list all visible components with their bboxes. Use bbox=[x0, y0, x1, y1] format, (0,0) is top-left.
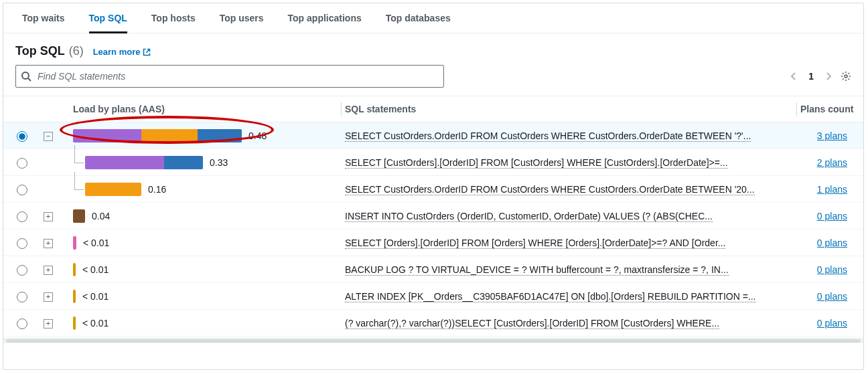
load-bar-segment bbox=[141, 129, 198, 143]
load-bar-segment bbox=[164, 156, 203, 169]
search-input[interactable] bbox=[15, 65, 444, 88]
plans-count-link[interactable]: 0 plans bbox=[817, 264, 847, 275]
load-value: < 0.01 bbox=[82, 291, 108, 302]
load-bar-segment bbox=[73, 236, 76, 250]
tab-top-applications[interactable]: Top applications bbox=[276, 3, 374, 33]
tab-top-databases[interactable]: Top databases bbox=[374, 3, 463, 33]
load-bar-segment bbox=[73, 316, 76, 330]
load-bar-segment bbox=[85, 183, 141, 196]
plans-count-link[interactable]: 0 plans bbox=[817, 318, 847, 329]
search-wrapper bbox=[15, 65, 444, 88]
load-bar bbox=[73, 263, 76, 276]
row-select-radio[interactable] bbox=[17, 292, 27, 302]
expand-icon[interactable]: + bbox=[44, 266, 53, 275]
plans-count-link[interactable]: 1 plans bbox=[817, 184, 847, 195]
sql-statement-link[interactable]: INSERT INTO CustOrders (OrderID, Custome… bbox=[345, 211, 713, 222]
load-bar bbox=[85, 183, 141, 196]
horizontal-scrollbar[interactable] bbox=[3, 338, 863, 343]
table-row[interactable]: +0.04INSERT INTO CustOrders (OrderID, Cu… bbox=[3, 203, 863, 229]
plans-count-link[interactable]: 0 plans bbox=[817, 291, 847, 302]
sql-statement-link[interactable]: SELECT CustOrders.OrderID FROM CustOrder… bbox=[345, 130, 751, 142]
load-bar-segment bbox=[73, 263, 76, 276]
load-bar-segment bbox=[85, 156, 164, 169]
collapse-icon[interactable]: − bbox=[44, 132, 53, 141]
section-header: Top SQL (6) Learn more bbox=[3, 33, 863, 65]
tab-top-users[interactable]: Top users bbox=[208, 3, 276, 33]
col-plans[interactable]: Plans count bbox=[796, 97, 861, 121]
col-load[interactable]: Load by plans (AAS) bbox=[40, 97, 341, 121]
load-value: 0.48 bbox=[248, 130, 267, 141]
load-value: < 0.01 bbox=[82, 318, 108, 329]
next-page-button[interactable] bbox=[823, 71, 834, 82]
load-bar bbox=[73, 209, 85, 223]
svg-point-0 bbox=[22, 72, 29, 79]
load-bar-segment bbox=[73, 129, 141, 143]
table-row[interactable]: +< 0.01ALTER INDEX [PK__Orders__C3905BAF… bbox=[3, 283, 863, 310]
plans-count-link[interactable]: 3 plans bbox=[817, 130, 847, 141]
page-number: 1 bbox=[808, 71, 814, 82]
tab-top-sql[interactable]: Top SQL bbox=[77, 3, 139, 33]
load-value: < 0.01 bbox=[82, 264, 108, 275]
row-select-radio[interactable] bbox=[17, 265, 27, 276]
chevron-right-icon bbox=[823, 71, 834, 82]
settings-button[interactable] bbox=[841, 71, 851, 82]
table-row[interactable]: +< 0.01SELECT [Orders].[OrderID] FROM [O… bbox=[3, 229, 863, 256]
tab-top-hosts[interactable]: Top hosts bbox=[139, 3, 208, 33]
gear-icon bbox=[841, 71, 851, 82]
table-header: Load by plans (AAS) SQL statements Plans… bbox=[3, 96, 863, 122]
plans-count-link[interactable]: 2 plans bbox=[817, 157, 847, 168]
sql-statement-link[interactable]: SELECT [Orders].[OrderID] FROM [Orders] … bbox=[345, 238, 725, 249]
row-select-radio[interactable] bbox=[17, 131, 27, 142]
load-value: 0.33 bbox=[210, 157, 228, 168]
plans-count-link[interactable]: 0 plans bbox=[817, 238, 847, 248]
load-value: 0.16 bbox=[148, 184, 166, 195]
load-value: 0.04 bbox=[92, 211, 110, 221]
sql-statement-link[interactable]: SELECT CustOrders.OrderID FROM CustOrder… bbox=[345, 184, 755, 195]
load-bar-segment bbox=[73, 290, 76, 303]
search-icon bbox=[21, 71, 31, 82]
table-row[interactable]: 0.16SELECT CustOrders.OrderID FROM CustO… bbox=[3, 176, 863, 203]
svg-point-1 bbox=[845, 75, 847, 78]
tab-top-waits[interactable]: Top waits bbox=[10, 3, 77, 33]
load-value: < 0.01 bbox=[83, 238, 109, 248]
row-select-radio[interactable] bbox=[17, 318, 27, 329]
sql-statement-link[interactable]: SELECT [CustOrders].[OrderID] FROM [Cust… bbox=[345, 157, 728, 169]
sql-statement-link[interactable]: ALTER INDEX [PK__Orders__C3905BAF6D1AC47… bbox=[345, 291, 756, 302]
expand-icon[interactable]: + bbox=[44, 292, 53, 302]
sql-table: Load by plans (AAS) SQL statements Plans… bbox=[3, 96, 863, 337]
load-bar bbox=[73, 236, 76, 250]
row-select-radio[interactable] bbox=[17, 158, 27, 169]
chevron-left-icon bbox=[788, 71, 799, 82]
table-row[interactable]: +< 0.01BACKUP LOG ? TO VIRTUAL_DEVICE = … bbox=[3, 256, 863, 283]
prev-page-button[interactable] bbox=[788, 71, 799, 82]
load-bar-segment bbox=[73, 209, 85, 223]
expand-icon[interactable]: + bbox=[44, 239, 53, 248]
result-count: (6) bbox=[69, 44, 84, 58]
sql-statement-link[interactable]: (? varchar(?),? varchar(?))SELECT [CustO… bbox=[345, 318, 719, 329]
expand-icon[interactable]: + bbox=[44, 212, 53, 221]
load-bar bbox=[73, 316, 76, 330]
pager: 1 bbox=[788, 71, 834, 82]
panel: Top waitsTop SQLTop hostsTop usersTop ap… bbox=[3, 3, 864, 370]
row-select-radio[interactable] bbox=[17, 211, 27, 222]
toolbar: 1 bbox=[3, 65, 863, 96]
load-bar bbox=[73, 129, 242, 143]
row-select-radio[interactable] bbox=[17, 238, 27, 249]
table-row[interactable]: +< 0.01(? varchar(?),? varchar(?))SELECT… bbox=[3, 310, 863, 337]
external-link-icon bbox=[143, 48, 151, 56]
tabs: Top waitsTop SQLTop hostsTop usersTop ap… bbox=[3, 3, 863, 33]
col-sql[interactable]: SQL statements bbox=[341, 97, 796, 121]
load-bar bbox=[73, 290, 76, 303]
load-bar bbox=[85, 156, 203, 169]
row-select-radio[interactable] bbox=[17, 185, 27, 195]
page-title: Top SQL bbox=[15, 44, 65, 58]
load-bar-segment bbox=[198, 129, 242, 143]
plans-count-link[interactable]: 0 plans bbox=[817, 211, 847, 221]
expand-icon[interactable]: + bbox=[44, 319, 53, 329]
sql-statement-link[interactable]: BACKUP LOG ? TO VIRTUAL_DEVICE = ? WITH … bbox=[345, 264, 729, 276]
learn-more-label: Learn more bbox=[93, 47, 141, 57]
learn-more-link[interactable]: Learn more bbox=[93, 47, 151, 57]
